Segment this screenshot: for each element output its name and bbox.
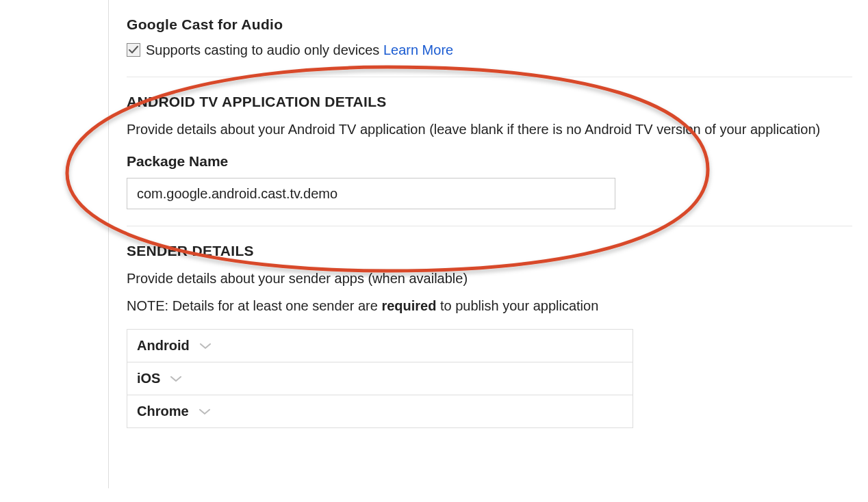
section-sender-note: NOTE: Details for at least one sender ar… [127, 298, 852, 314]
sender-list: Android iOS Chrome [127, 329, 633, 428]
learn-more-link[interactable]: Learn More [383, 42, 453, 57]
supports-audio-label: Supports casting to audio only devices [146, 42, 379, 57]
chevron-down-icon [199, 342, 212, 350]
vertical-divider [108, 0, 109, 488]
sender-row-android[interactable]: Android [127, 330, 633, 362]
chevron-down-icon [170, 375, 182, 383]
package-name-label: Package Name [127, 153, 852, 170]
package-name-input[interactable] [127, 178, 615, 209]
sender-label-chrome: Chrome [137, 404, 189, 419]
sender-label-ios: iOS [137, 371, 160, 386]
section-android-tv-description: Provide details about your Android TV ap… [127, 120, 852, 140]
section-cast-audio: Google Cast for Audio Supports casting t… [127, 16, 852, 77]
section-cast-audio-heading: Google Cast for Audio [127, 16, 852, 33]
section-android-tv-heading: ANDROID TV APPLICATION DETAILS [127, 94, 852, 110]
sender-label-android: Android [137, 338, 190, 354]
section-sender-description: Provide details about your sender apps (… [127, 269, 852, 289]
section-sender-heading: SENDER DETAILS [127, 243, 852, 259]
sender-row-chrome[interactable]: Chrome [127, 395, 633, 427]
chevron-down-icon [199, 408, 211, 416]
section-sender-details: SENDER DETAILS Provide details about you… [127, 243, 852, 428]
supports-audio-checkbox[interactable] [127, 43, 140, 57]
checkmark-icon [128, 44, 139, 55]
sender-row-ios[interactable]: iOS [127, 362, 633, 395]
section-android-tv: ANDROID TV APPLICATION DETAILS Provide d… [127, 94, 852, 226]
